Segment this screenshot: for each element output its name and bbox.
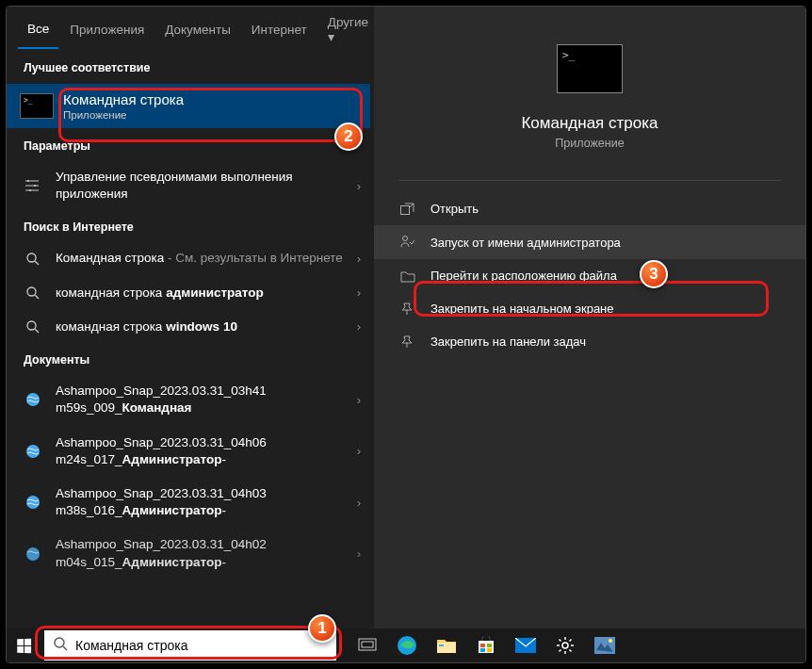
settings-icon[interactable] — [545, 628, 585, 662]
svg-rect-17 — [439, 645, 444, 646]
svg-rect-22 — [487, 648, 492, 652]
list-icon — [24, 179, 42, 192]
chevron-right-icon: › — [357, 286, 361, 300]
taskbar-search-box[interactable] — [44, 630, 336, 661]
svg-point-4 — [27, 287, 36, 296]
details-column: Командная строка Приложение Открыть Запу… — [374, 7, 805, 628]
globe-icon — [24, 495, 42, 510]
best-match-item[interactable]: Командная строка Приложение — [7, 84, 370, 128]
taskbar — [7, 628, 805, 662]
search-icon — [54, 637, 68, 655]
section-settings: Параметры — [7, 130, 374, 160]
svg-point-26 — [609, 639, 612, 643]
callout-3: 3 — [640, 260, 668, 288]
action-open[interactable]: Открыть — [374, 192, 805, 225]
search-icon — [24, 253, 42, 266]
open-icon — [398, 203, 417, 216]
callout-1: 1 — [308, 614, 336, 643]
tab-all[interactable]: Все — [18, 10, 58, 49]
svg-rect-20 — [487, 644, 492, 647]
search-icon — [24, 320, 42, 334]
explorer-icon[interactable] — [427, 628, 466, 662]
doc-item-3[interactable]: Ashampoo_Snap_2023.03.31_04h02m04s_015_А… — [7, 528, 374, 579]
filter-tabs: Все Приложения Документы Интернет Другие… — [7, 7, 374, 52]
pin-taskbar-icon — [398, 335, 417, 349]
svg-rect-14 — [362, 642, 373, 647]
chevron-right-icon: › — [357, 252, 361, 266]
search-icon — [24, 286, 42, 300]
doc-item-1[interactable]: Ashampoo_Snap_2023.03.31_04h06m24s_017_А… — [7, 426, 374, 477]
globe-icon — [24, 392, 42, 407]
callout-2: 2 — [334, 122, 363, 151]
windows-search-panel: Все Приложения Документы Интернет Другие… — [7, 7, 805, 628]
doc-item-2[interactable]: Ashampoo_Snap_2023.03.31_04h03m38s_016_А… — [7, 477, 374, 528]
chevron-right-icon: › — [357, 393, 361, 407]
details-title: Командная строка — [521, 114, 658, 133]
task-view-icon[interactable] — [348, 628, 387, 662]
globe-icon — [24, 547, 42, 562]
search-input[interactable] — [75, 638, 327, 653]
svg-rect-19 — [480, 644, 485, 647]
chevron-right-icon: › — [357, 179, 361, 193]
svg-point-1 — [34, 185, 36, 187]
cmd-app-icon — [20, 93, 54, 119]
chevron-right-icon: › — [357, 444, 361, 458]
tab-other[interactable]: Другие ▾ — [318, 7, 374, 56]
action-pin-taskbar[interactable]: Закрепить на панели задач — [374, 325, 805, 358]
tab-apps[interactable]: Приложения — [60, 11, 154, 48]
globe-icon — [24, 444, 42, 459]
svg-point-0 — [27, 180, 29, 182]
cmd-app-icon — [557, 44, 623, 93]
admin-icon — [398, 235, 417, 250]
chevron-down-icon: ▾ — [328, 30, 334, 44]
svg-point-8 — [26, 496, 40, 509]
svg-rect-10 — [401, 205, 410, 214]
ashampoo-icon[interactable] — [585, 628, 625, 662]
svg-point-12 — [55, 638, 64, 647]
section-web: Поиск в Интернете — [7, 211, 374, 241]
svg-point-2 — [29, 189, 31, 191]
details-header: Командная строка Приложение — [374, 7, 805, 169]
svg-point-9 — [26, 547, 40, 561]
best-match-title: Командная строка — [63, 91, 357, 107]
web-result-1[interactable]: командная строка администратор › — [7, 276, 374, 310]
svg-rect-21 — [480, 648, 485, 652]
chevron-right-icon: › — [357, 547, 361, 561]
windows-icon — [17, 638, 31, 652]
tab-web[interactable]: Интернет — [242, 11, 317, 48]
svg-point-7 — [26, 445, 40, 458]
details-sub: Приложение — [555, 137, 624, 150]
action-open-location[interactable]: Перейти к расположению файла — [374, 259, 805, 292]
svg-point-24 — [562, 643, 568, 648]
svg-point-6 — [26, 393, 40, 406]
svg-point-3 — [27, 253, 36, 262]
chevron-right-icon: › — [357, 319, 361, 334]
divider — [398, 180, 781, 181]
web-result-2[interactable]: командная строка windows 10 › — [7, 310, 374, 344]
tab-docs[interactable]: Документы — [155, 11, 240, 48]
mail-icon[interactable] — [506, 628, 545, 662]
results-column: Все Приложения Документы Интернет Другие… — [7, 7, 374, 628]
folder-icon — [398, 269, 417, 283]
action-run-as-admin[interactable]: Запуск от имени администратора — [374, 225, 805, 259]
svg-point-5 — [27, 321, 36, 330]
action-pin-start[interactable]: Закрепить на начальном экране — [374, 292, 805, 325]
doc-item-0[interactable]: Ashampoo_Snap_2023.03.31_03h41m59s_009_К… — [7, 374, 374, 425]
section-documents: Документы — [7, 344, 374, 374]
svg-point-11 — [403, 237, 408, 241]
section-best-match: Лучшее соответствие — [7, 52, 374, 82]
edge-icon[interactable] — [387, 628, 427, 662]
settings-item[interactable]: Управление псевдонимами выполнения прило… — [7, 160, 374, 211]
chevron-right-icon: › — [357, 496, 361, 510]
svg-rect-16 — [437, 643, 456, 653]
pin-start-icon — [398, 302, 417, 316]
best-match-sub: Приложение — [63, 109, 357, 121]
web-result-0[interactable]: Командная строка - См. результаты в Инте… — [7, 241, 374, 275]
store-icon[interactable] — [466, 628, 506, 662]
start-button[interactable] — [7, 628, 41, 662]
